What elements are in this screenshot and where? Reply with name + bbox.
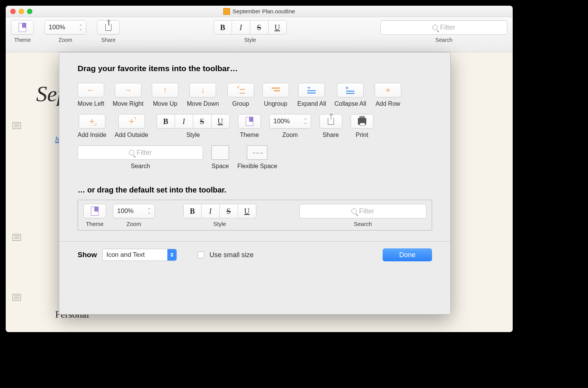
italic-icon: I (175, 114, 193, 129)
arrow-up-icon: ↑ (163, 85, 167, 95)
note-icon[interactable] (13, 234, 21, 241)
arrow-left-icon: ← (87, 85, 95, 95)
ungroup-item[interactable]: Ungroup (262, 83, 289, 107)
style-segmented: B I S U (214, 20, 287, 35)
group-item[interactable]: Group (227, 83, 254, 107)
strike-icon: S (193, 114, 211, 129)
print-item[interactable]: Print (351, 114, 373, 138)
window-title-text: September Plan.ooutline (232, 8, 295, 14)
add-row-item[interactable]: +Add Row (375, 83, 401, 107)
move-left-item[interactable]: ←Move Left (78, 83, 104, 107)
document-icon (223, 8, 230, 15)
chevron-updown-icon (167, 249, 176, 261)
search-field[interactable]: Filter (380, 20, 507, 35)
done-button[interactable]: Done (383, 248, 432, 261)
close-window-button[interactable] (10, 9, 16, 14)
default-toolbar-set[interactable]: Theme 100%⌃⌄Zoom B I S U Style Filter Se… (78, 200, 432, 231)
sheet-footer: Show Icon and Text Use small size Done (78, 242, 432, 261)
zoom-label: Zoom (59, 37, 72, 43)
toolbar-items-palette: ←Move Left →Move Right ↑Move Up ↓Move Do… (78, 83, 432, 170)
add-outside-icon: + (127, 117, 136, 126)
share-label: Share (101, 37, 115, 43)
italic-button[interactable]: I (232, 20, 250, 35)
show-mode-select[interactable]: Icon and Text (102, 249, 177, 261)
theme-icon (246, 117, 253, 126)
add-inside-item[interactable]: +Add Inside (78, 114, 106, 138)
style-item[interactable]: B I S U Style (157, 114, 230, 138)
show-label: Show (78, 251, 97, 259)
traffic-lights (6, 9, 32, 14)
zoom-stepper[interactable]: 100% ⌃⌄ (44, 20, 86, 35)
collapse-all-item[interactable]: Collapse All (334, 83, 366, 107)
add-inside-icon: + (87, 117, 97, 126)
flexible-space-icon: ←····→ (247, 145, 267, 160)
move-up-item[interactable]: ↑Move Up (152, 83, 178, 107)
app-window: September Plan.ooutline Theme 100% ⌃⌄ Zo… (6, 6, 513, 332)
flexible-space-item[interactable]: ←····→Flexible Space (237, 145, 277, 170)
small-size-label: Use small size (210, 251, 254, 259)
theme-icon (19, 23, 26, 32)
group-icon (237, 87, 245, 94)
theme-item[interactable]: Theme (238, 114, 261, 138)
zoom-window-button[interactable] (27, 9, 32, 14)
zoom-item[interactable]: 100%⌃⌄Zoom (269, 114, 311, 138)
strike-icon: S (220, 204, 238, 218)
note-icon[interactable] (13, 122, 21, 129)
underline-icon: U (211, 114, 230, 129)
print-icon (358, 118, 366, 125)
expand-all-item[interactable]: Expand All (297, 83, 326, 107)
italic-icon: I (202, 204, 220, 218)
search-icon (129, 150, 134, 155)
arrow-down-icon: ↓ (201, 85, 205, 95)
space-item[interactable]: Space (211, 145, 229, 170)
share-icon (105, 24, 111, 31)
subheading: … or drag the default set into the toolb… (78, 186, 432, 194)
window-title: September Plan.ooutline (6, 8, 513, 15)
stepper-icon: ⌃⌄ (304, 119, 307, 124)
small-size-checkbox[interactable] (197, 251, 204, 258)
arrow-right-icon: → (124, 85, 132, 95)
search-icon (351, 208, 357, 214)
zoom-value: 100% (49, 24, 65, 31)
theme-label: Theme (14, 37, 31, 43)
move-down-item[interactable]: ↓Move Down (187, 83, 219, 107)
customize-toolbar-sheet: Drag your favorite items into the toolba… (59, 52, 451, 315)
theme-button[interactable] (11, 20, 34, 35)
stepper-icon: ⌃⌄ (79, 25, 82, 30)
ungroup-icon (272, 87, 280, 93)
search-item[interactable]: FilterSearch (78, 145, 203, 170)
underline-icon: U (238, 204, 256, 218)
note-icon[interactable] (13, 294, 21, 301)
collapse-all-icon (346, 86, 354, 94)
search-placeholder: Filter (440, 24, 455, 32)
main-toolbar: Theme 100% ⌃⌄ Zoom Share B I S U Style (6, 17, 513, 52)
bold-icon: B (157, 114, 175, 129)
space-icon (211, 145, 229, 160)
share-item[interactable]: Share (319, 114, 342, 138)
search-icon (432, 25, 438, 30)
move-right-item[interactable]: →Move Right (113, 83, 143, 107)
search-label: Search (435, 37, 452, 43)
minimize-window-button[interactable] (19, 9, 24, 14)
link-fragment: h (55, 135, 59, 144)
plus-icon: + (385, 85, 391, 95)
gutter (9, 52, 25, 332)
share-icon (328, 118, 334, 125)
share-button[interactable] (97, 20, 120, 35)
titlebar: September Plan.ooutline (6, 6, 513, 17)
expand-all-icon (307, 87, 316, 94)
bold-button[interactable]: B (214, 20, 232, 35)
underline-button[interactable]: U (269, 20, 287, 35)
sheet-heading: Drag your favorite items into the toolba… (78, 64, 432, 73)
theme-icon (91, 207, 99, 216)
add-outside-item[interactable]: +Add Outside (115, 114, 148, 138)
strikethrough-button[interactable]: S (250, 20, 269, 35)
style-label: Style (244, 37, 256, 43)
bold-icon: B (183, 204, 202, 218)
